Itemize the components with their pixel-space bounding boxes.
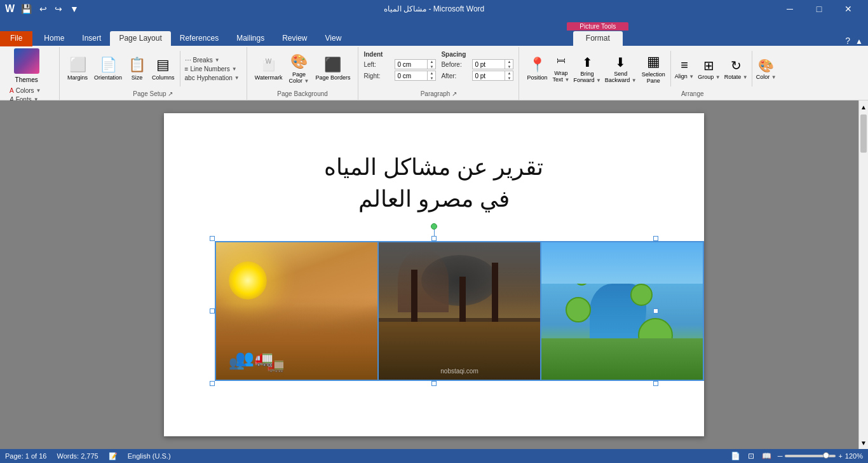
green-fields [541, 338, 703, 380]
restore-button[interactable]: □ [804, 0, 834, 18]
handle-bottom-middle[interactable] [431, 381, 437, 386]
tab-review[interactable]: Review [273, 31, 316, 46]
image-container[interactable]: 👥 🚛 [215, 241, 653, 381]
spacing-before-up[interactable]: ▲ [505, 59, 513, 64]
rotate-button[interactable]: ↻ Rotate ▼ [723, 57, 749, 81]
vertical-scrollbar[interactable]: ▲ ▼ [858, 100, 868, 449]
handle-top-left[interactable] [210, 236, 215, 241]
tab-file[interactable]: File [0, 31, 32, 46]
indent-right-up[interactable]: ▲ [428, 71, 435, 76]
align-icon: ≡ [681, 58, 688, 73]
quick-access-dropdown-icon[interactable]: ▼ [67, 3, 81, 15]
margins-button[interactable]: ⬜ Margins [65, 55, 90, 82]
language[interactable]: English (U.S.) [128, 452, 171, 460]
view-fullscreen-icon[interactable]: ⊡ [747, 450, 756, 462]
send-backward-icon: ⬇ [615, 55, 626, 70]
spacing-after-up[interactable]: ▲ [505, 71, 513, 76]
zoom-level[interactable]: 120% [845, 452, 863, 460]
tab-mailings[interactable]: Mailings [227, 31, 273, 46]
page-color-button[interactable]: 🎨 PageColor ▼ [286, 52, 311, 85]
rotate-handle[interactable] [431, 223, 437, 230]
color-button[interactable]: 🎨 Color ▼ [755, 57, 778, 81]
page-borders-button[interactable]: ⬛ Page Borders [313, 55, 353, 82]
tab-references[interactable]: References [171, 31, 227, 46]
sun-glow [229, 261, 267, 300]
bring-forward-button[interactable]: ⬆ BringForward ▼ [572, 53, 602, 85]
tab-insert[interactable]: Insert [73, 31, 110, 46]
indent-left-up[interactable]: ▲ [428, 59, 435, 64]
page-color-label: PageColor ▼ [288, 71, 309, 84]
breaks-button[interactable]: ⋯ Breaks ▼ [183, 56, 241, 64]
size-button[interactable]: 📋 Size [126, 55, 148, 82]
close-button[interactable]: ✕ [834, 0, 863, 18]
paragraph-expand-icon[interactable]: ↗ [452, 90, 457, 97]
indent-section: Indent Left: 0 cm ▲ ▼ Right: [363, 50, 436, 82]
spacing-before-field[interactable]: 0 pt ▲ ▼ [472, 59, 513, 69]
spacing-after-field[interactable]: 0 pt ▲ ▼ [472, 71, 513, 81]
view-read-icon[interactable]: 📖 [761, 450, 773, 462]
handle-top-right[interactable] [653, 236, 658, 241]
page-setup-expand-icon[interactable]: ↗ [168, 90, 173, 97]
handle-bottom-left[interactable] [210, 381, 215, 386]
view-normal-icon[interactable]: 📄 [729, 450, 742, 462]
lily-pad-3 [630, 284, 653, 306]
hyphenation-button[interactable]: abc Hyphenation ▼ [183, 74, 241, 82]
line-numbers-button[interactable]: ≡ Line Numbers ▼ [183, 65, 241, 73]
page-bg-group-label: Page Background [252, 89, 353, 97]
document-page: تقرير عن مشاكل المياه في مصرو العالم [164, 113, 704, 436]
arrange-content: 📍 Position ⎶ WrapText ▼ ⬆ BringForward ▼… [524, 48, 777, 89]
paragraph-content: Indent Left: 0 cm ▲ ▼ Right: [363, 48, 513, 89]
scroll-up-button[interactable]: ▲ [859, 100, 868, 113]
tab-home[interactable]: Home [35, 31, 73, 46]
ribbon-collapse-icon[interactable]: ▲ [855, 37, 863, 46]
orientation-button[interactable]: 📄 Orientation [92, 55, 125, 82]
page-setup-small-group: ⋯ Breaks ▼ ≡ Line Numbers ▼ abc Hyphenat… [183, 56, 241, 82]
color-divider [752, 51, 752, 86]
columns-button[interactable]: ▤ Columns [149, 55, 177, 82]
indent-left-field[interactable]: 0 cm ▲ ▼ [395, 59, 436, 69]
selection-pane-button[interactable]: ▦ SelectionPane [639, 52, 668, 85]
picture-tools-area: Picture Tools Format [567, 22, 628, 46]
watermark-button[interactable]: ⬜ W Watermark [252, 55, 285, 82]
group-button[interactable]: ⊞ Group ▼ [696, 57, 721, 81]
indent-right-field[interactable]: 0 cm ▲ ▼ [395, 71, 436, 81]
scroll-thumb-vertical[interactable] [860, 114, 867, 153]
send-backward-button[interactable]: ⬇ SendBackward ▼ [604, 53, 638, 85]
breaks-label: Breaks [193, 57, 213, 64]
zoom-slider[interactable] [785, 455, 836, 457]
tab-page-layout[interactable]: Page Layout [110, 31, 170, 46]
zoom-thumb[interactable] [823, 452, 829, 459]
wrap-text-button[interactable]: ⎶ WrapText ▼ [551, 53, 571, 84]
scroll-down-button[interactable]: ▼ [859, 436, 868, 449]
undo-icon[interactable]: ↩ [37, 3, 50, 15]
color-label: Color ▼ [756, 74, 776, 80]
spacing-after-spin[interactable]: ▲ ▼ [505, 71, 513, 81]
page-setup-group: ⬜ Margins 📄 Orientation 📋 Size ▤ Columns… [60, 47, 247, 100]
minimize-button[interactable]: ─ [775, 0, 804, 18]
zoom-out-button[interactable]: ─ [778, 452, 783, 460]
redo-icon[interactable]: ↪ [52, 3, 65, 15]
breaks-icon: ⋯ [185, 57, 191, 64]
colors-dropdown-icon: ▼ [36, 88, 41, 93]
position-button[interactable]: 📍 Position [524, 55, 550, 82]
spacing-before-spin[interactable]: ▲ ▼ [505, 59, 513, 69]
zoom-in-button[interactable]: + [838, 452, 842, 460]
indent-right-down[interactable]: ▼ [428, 76, 435, 81]
colors-button[interactable]: A Colors ▼ [8, 86, 45, 95]
indent-left-down[interactable]: ▼ [428, 64, 435, 69]
window-controls: ─ □ ✕ [775, 0, 863, 18]
watermark-label: Watermark [255, 74, 283, 81]
indent-right-spin[interactable]: ▲ ▼ [427, 71, 435, 81]
spacing-after-down[interactable]: ▼ [505, 76, 513, 81]
indent-left-spin[interactable]: ▲ ▼ [427, 59, 435, 69]
handle-middle-left[interactable] [210, 308, 215, 314]
spacing-before-down[interactable]: ▼ [505, 64, 513, 69]
tab-view[interactable]: View [316, 31, 351, 46]
save-icon[interactable]: 💾 [18, 3, 34, 15]
spell-check-icon[interactable]: 📝 [109, 452, 118, 460]
help-icon[interactable]: ? [845, 36, 850, 46]
align-button[interactable]: ≡ Align ▼ [674, 57, 695, 81]
tab-format[interactable]: Format [573, 31, 623, 46]
handle-bottom-right[interactable] [653, 381, 658, 386]
themes-button[interactable]: Themes [14, 48, 39, 83]
